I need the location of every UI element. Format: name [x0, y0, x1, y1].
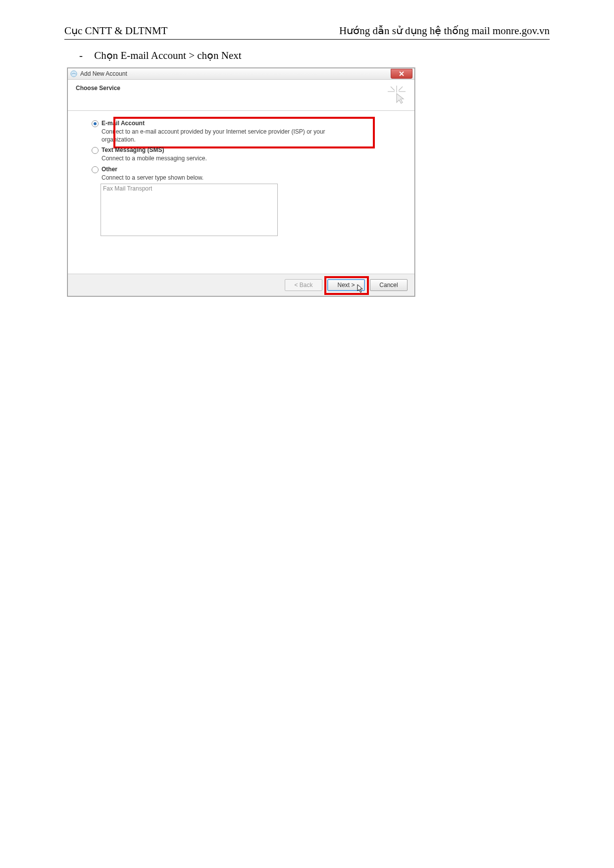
cancel-button-label: Cancel [379, 282, 398, 289]
option-email-desc: Connect to an e-mail account provided by… [102, 128, 339, 144]
option-sms[interactable]: Text Messaging (SMS) Connect to a mobile… [102, 146, 407, 162]
option-email-label: E-mail Account [102, 120, 407, 127]
list-item: Fax Mail Transport [103, 185, 152, 192]
svg-line-5 [399, 87, 403, 91]
header-left: Cục CNTT & DLTNMT [64, 25, 167, 37]
other-server-list[interactable]: Fax Mail Transport [101, 184, 278, 236]
close-button[interactable] [391, 69, 412, 79]
next-button-wrap: Next > [327, 279, 365, 291]
bullet-dash: - [79, 49, 83, 61]
cursor-icon [357, 284, 364, 293]
document-header: Cục CNTT & DLTNMT Hướng dẫn sử dụng hệ t… [64, 25, 550, 40]
radio-email[interactable] [92, 120, 99, 127]
option-sms-desc: Connect to a mobile messaging service. [102, 154, 339, 162]
svg-line-4 [391, 87, 395, 91]
option-sms-label: Text Messaging (SMS) [102, 146, 407, 153]
instruction-text: Chọn E-mail Account > chọn Next [94, 49, 241, 61]
svg-point-0 [71, 71, 77, 77]
cancel-button[interactable]: Cancel [370, 279, 408, 291]
next-button-label: Next > [337, 282, 355, 289]
radio-sms[interactable] [92, 147, 99, 154]
close-icon [399, 71, 404, 76]
option-other-label: Other [102, 166, 407, 173]
back-button-label: < Back [294, 282, 312, 289]
cursor-star-icon [387, 85, 407, 104]
wizard-title: Choose Service [76, 85, 120, 92]
dialog-title: Add New Account [80, 70, 127, 77]
dialog-body: E-mail Account Connect to an e-mail acco… [68, 111, 414, 274]
back-button: < Back [285, 279, 322, 291]
app-icon [70, 70, 78, 78]
radio-other[interactable] [92, 166, 99, 173]
header-right: Hướng dẫn sử dụng hệ thống mail monre.go… [339, 25, 550, 37]
wizard-header: Choose Service [68, 80, 414, 111]
option-other[interactable]: Other Connect to a server type shown bel… [102, 166, 407, 236]
option-email-account[interactable]: E-mail Account Connect to an e-mail acco… [102, 120, 407, 144]
add-new-account-dialog: Add New Account Choose Service [67, 68, 415, 296]
dialog-button-bar: < Back Next > Cancel [68, 274, 414, 296]
option-other-desc: Connect to a server type shown below. [102, 174, 339, 182]
dialog-titlebar: Add New Account [68, 68, 414, 80]
instruction-line: - Chọn E-mail Account > chọn Next [79, 49, 550, 62]
